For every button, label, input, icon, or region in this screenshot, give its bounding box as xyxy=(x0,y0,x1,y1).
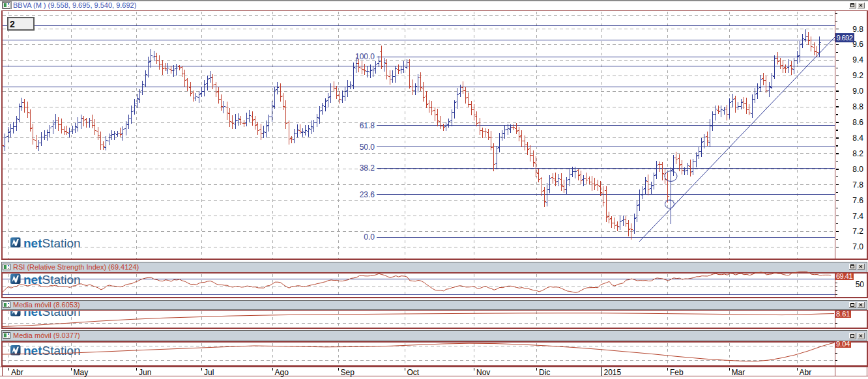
svg-text:Media móvil (8.6053): Media móvil (8.6053) xyxy=(13,301,80,309)
svg-text:61.8: 61.8 xyxy=(360,121,375,130)
svg-text:Mar: Mar xyxy=(732,368,745,377)
svg-text:9.2: 9.2 xyxy=(852,71,863,80)
svg-text:9.8: 9.8 xyxy=(852,25,863,34)
svg-text:netStation: netStation xyxy=(23,344,81,358)
svg-text:7.2: 7.2 xyxy=(852,227,863,236)
svg-text:Media móvil (9.0377): Media móvil (9.0377) xyxy=(13,331,80,339)
svg-text:BBVA (M ) (9.558, 9.695, 9.540: BBVA (M ) (9.558, 9.695, 9.540, 9.692) xyxy=(13,1,136,9)
svg-text:Ago: Ago xyxy=(275,368,289,377)
svg-text:8.6: 8.6 xyxy=(852,118,863,127)
svg-text:Abr: Abr xyxy=(11,368,23,377)
svg-text:7.8: 7.8 xyxy=(852,180,863,190)
svg-text:9.692: 9.692 xyxy=(837,34,854,42)
svg-text:8.61: 8.61 xyxy=(836,310,850,318)
svg-text:50: 50 xyxy=(856,280,865,289)
svg-text:23.6: 23.6 xyxy=(360,190,375,199)
svg-text:Abr: Abr xyxy=(800,368,812,377)
svg-text:RSI (Relative Strength Index): RSI (Relative Strength Index) (69.4124) xyxy=(13,263,139,271)
svg-text:100.0: 100.0 xyxy=(355,52,375,61)
svg-text:Jun: Jun xyxy=(139,368,151,377)
svg-text:9.0: 9.0 xyxy=(852,87,863,96)
svg-text:7.0: 7.0 xyxy=(852,242,863,251)
svg-text:Jul: Jul xyxy=(204,368,214,377)
svg-text:8.2: 8.2 xyxy=(852,149,863,158)
svg-text:0.0: 0.0 xyxy=(364,232,375,242)
svg-text:8.0: 8.0 xyxy=(852,165,863,174)
svg-text:69.41: 69.41 xyxy=(836,272,853,280)
svg-text:2: 2 xyxy=(10,19,15,29)
svg-text:7.6: 7.6 xyxy=(852,196,863,205)
svg-text:7.4: 7.4 xyxy=(852,212,863,221)
svg-text:Oct: Oct xyxy=(407,368,420,377)
svg-text:9.4: 9.4 xyxy=(852,55,863,64)
svg-text:Sep: Sep xyxy=(341,368,355,377)
svg-text:38.2: 38.2 xyxy=(360,163,375,173)
svg-text:May: May xyxy=(74,368,89,377)
svg-text:8.8: 8.8 xyxy=(852,102,863,111)
svg-text:2015: 2015 xyxy=(604,368,622,377)
svg-text:8.4: 8.4 xyxy=(852,133,863,143)
svg-text:9.04: 9.04 xyxy=(836,340,850,348)
svg-text:9.6: 9.6 xyxy=(852,40,863,49)
svg-text:Dic: Dic xyxy=(539,368,550,377)
svg-text:Nov: Nov xyxy=(476,368,490,377)
svg-text:Feb: Feb xyxy=(670,368,684,377)
svg-text:50.0: 50.0 xyxy=(360,143,375,152)
svg-text:netStation: netStation xyxy=(23,273,81,287)
svg-text:netStation: netStation xyxy=(23,236,81,250)
